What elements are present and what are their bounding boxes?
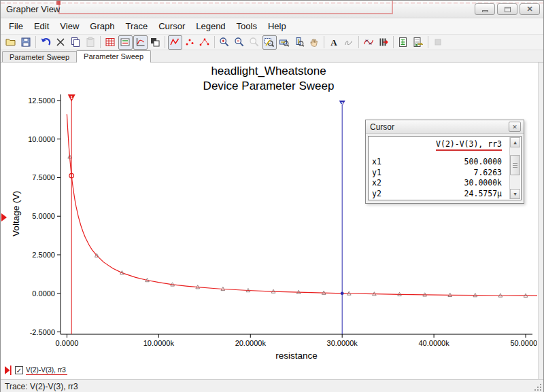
cursor-row-value: 24.5757µ bbox=[392, 189, 502, 200]
cursor-scrollbar[interactable]: ▲ ▼ bbox=[509, 137, 520, 199]
x-tick-label: 30.0000k bbox=[327, 339, 358, 347]
status-bar: Trace: V(2)-V(3), rr3 bbox=[1, 379, 543, 392]
svg-text:A: A bbox=[330, 37, 337, 48]
cursor-window-titlebar[interactable]: Cursor ✕ bbox=[366, 120, 524, 134]
toolbar-zoom-out-button[interactable] bbox=[233, 35, 247, 50]
menu-item-graph[interactable]: Graph bbox=[84, 19, 120, 33]
chart-right-gutter bbox=[538, 63, 543, 379]
toolbar-zoom-in-button[interactable] bbox=[218, 35, 232, 50]
toolbar-scatter-line-plot-button[interactable] bbox=[198, 35, 212, 50]
toolbar-scatter-plot-button[interactable] bbox=[183, 35, 197, 50]
toolbar-save-button[interactable] bbox=[19, 35, 33, 50]
menu-item-trace[interactable]: Trace bbox=[120, 19, 153, 33]
toolbar-zoom-x-button[interactable] bbox=[277, 35, 292, 50]
cursor-row-x2: x230.0000k bbox=[369, 178, 521, 189]
menu-item-help[interactable]: Help bbox=[262, 19, 292, 33]
toolbar-zoom-y-button[interactable] bbox=[292, 35, 307, 50]
toolbar-line-plot-button[interactable] bbox=[168, 35, 182, 50]
text-annotation-icon: A bbox=[328, 37, 339, 48]
menu-item-legend[interactable]: Legend bbox=[190, 19, 231, 33]
scatter-plot-icon bbox=[184, 37, 195, 48]
cursor-2-point-marker bbox=[341, 291, 344, 295]
toolbar-open-file-button[interactable] bbox=[4, 35, 18, 50]
maximize-button[interactable] bbox=[497, 3, 517, 15]
save-icon bbox=[20, 37, 31, 48]
show-cursors-icon bbox=[363, 37, 374, 48]
tab-parameter-sweep-2[interactable]: Parameter Sweep bbox=[76, 50, 151, 63]
x-axis-title: resistance bbox=[275, 351, 318, 361]
toolbar-overlay-traces-button[interactable] bbox=[148, 35, 163, 50]
trace-visibility-checkbox[interactable]: ✓ bbox=[15, 366, 23, 374]
scrollbar-thumb[interactable] bbox=[510, 155, 520, 175]
cursor-row-label: x1 bbox=[372, 157, 392, 168]
toolbar-pan-button[interactable] bbox=[307, 35, 322, 50]
grapher-view-window: Grapher View ✕ FileEditViewGraphTraceCur… bbox=[0, 0, 544, 392]
minimize-button[interactable] bbox=[475, 3, 495, 15]
toolbar-paste-button bbox=[84, 35, 98, 50]
toolbar-separator bbox=[358, 36, 359, 48]
show-legend-icon bbox=[120, 37, 131, 48]
scroll-down-icon[interactable]: ▼ bbox=[510, 189, 520, 199]
toolbar-separator bbox=[165, 36, 165, 48]
toolbar-zoom-restore-button bbox=[248, 35, 262, 50]
y-tick-label: 10.0000 bbox=[28, 135, 55, 143]
menu-bar: FileEditViewGraphTraceCursorLegendToolsH… bbox=[1, 18, 543, 35]
toolbar-delete-button[interactable] bbox=[54, 35, 68, 50]
minimize-icon bbox=[482, 10, 488, 12]
menu-item-file[interactable]: File bbox=[3, 19, 29, 33]
export-excel-icon bbox=[413, 37, 424, 48]
show-grid-icon bbox=[105, 37, 116, 48]
cursor-row-value: 500.0000 bbox=[392, 157, 502, 168]
toolbar-copy-button[interactable] bbox=[69, 35, 83, 50]
toolbar-copy-graph-button[interactable] bbox=[396, 35, 411, 50]
cursor-row-x1: x1500.0000 bbox=[369, 157, 521, 168]
menu-item-view[interactable]: View bbox=[54, 19, 84, 33]
toolbar-show-grid-button[interactable] bbox=[103, 35, 118, 50]
zoom-y-icon bbox=[294, 37, 305, 48]
zoom-in-icon bbox=[219, 37, 230, 48]
toolbar-draw-annotation-button[interactable] bbox=[342, 35, 356, 50]
stop-icon bbox=[432, 37, 443, 48]
x-tick-label: 10.0000k bbox=[143, 339, 175, 347]
scroll-up-icon[interactable]: ▲ bbox=[510, 137, 520, 147]
toolbar-separator bbox=[214, 36, 215, 48]
y-tick-label: 0.0000 bbox=[32, 289, 55, 298]
trace-legend-label: V(2)-V(3), rr3 bbox=[26, 366, 67, 375]
toolbar-show-cursors-button[interactable] bbox=[362, 35, 376, 50]
delete-icon bbox=[55, 37, 66, 48]
resize-grip[interactable] bbox=[534, 383, 543, 392]
background-selection-artifact bbox=[58, 1, 393, 14]
zoom-restore-icon bbox=[249, 37, 260, 48]
menu-item-tools[interactable]: Tools bbox=[231, 19, 262, 33]
cursor-row-value: 30.0000k bbox=[392, 178, 502, 189]
menu-item-edit[interactable]: Edit bbox=[29, 19, 54, 33]
toolbar-export-traces-button[interactable] bbox=[377, 35, 391, 50]
cursor-readout-view: V(2)-V(3), rr3 x1500.0000y17.6263x230.00… bbox=[368, 136, 522, 200]
chart-svg[interactable]: headlight_WheatstoneDevice Parameter Swe… bbox=[1, 63, 537, 379]
cursor-window-close-button[interactable]: ✕ bbox=[509, 122, 521, 132]
cursor-2-id-label: 2 bbox=[341, 101, 343, 106]
trace-flag-icon bbox=[5, 366, 12, 375]
toolbar-undo-button[interactable] bbox=[39, 35, 53, 50]
toolbar-separator bbox=[100, 36, 101, 48]
y-tick-label: 2.5000 bbox=[32, 251, 55, 259]
tab-parameter-sweep-1[interactable]: Parameter Sweep bbox=[2, 51, 77, 62]
x-tick-label: 0.0000 bbox=[56, 339, 79, 347]
close-button[interactable]: ✕ bbox=[520, 3, 540, 15]
title-bar[interactable]: Grapher View ✕ bbox=[1, 1, 543, 18]
cursor-row-y1: y17.6263 bbox=[369, 168, 521, 179]
cursor-window-title: Cursor bbox=[370, 122, 394, 132]
toolbar-zoom-area-button[interactable] bbox=[262, 35, 277, 50]
zoom-out-icon bbox=[234, 37, 245, 48]
menu-item-cursor[interactable]: Cursor bbox=[153, 19, 190, 33]
y-tick-label: -2.5000 bbox=[30, 328, 55, 336]
toolbar-show-axes-button[interactable] bbox=[133, 35, 148, 50]
overlay-traces-icon bbox=[150, 37, 160, 48]
toolbar-text-annotation-button[interactable]: A bbox=[327, 35, 341, 50]
cursor-1-id-label: 1 bbox=[70, 95, 73, 100]
y-tick-label: 7.5000 bbox=[32, 173, 55, 181]
toolbar-show-legend-button[interactable] bbox=[118, 35, 133, 50]
toolbar-export-excel-button[interactable] bbox=[411, 35, 426, 50]
toolbar-separator bbox=[35, 36, 36, 48]
open-file-icon bbox=[5, 37, 16, 48]
